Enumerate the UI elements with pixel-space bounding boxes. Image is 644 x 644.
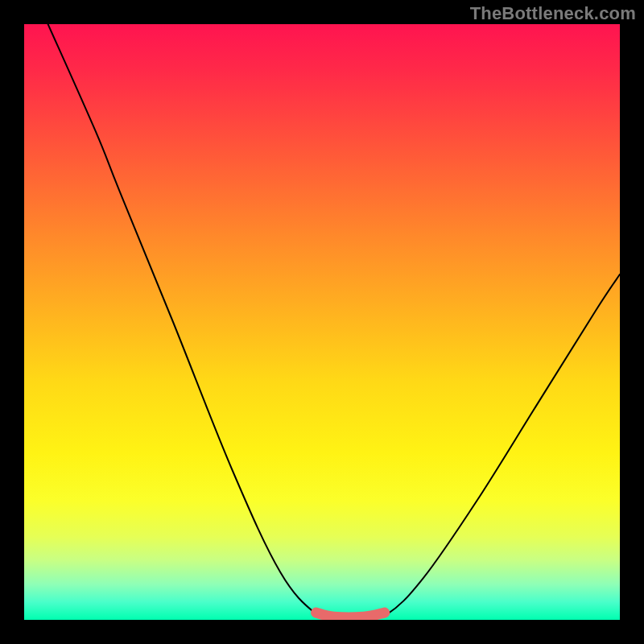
chart-svg bbox=[24, 24, 620, 620]
series-curve bbox=[48, 24, 620, 618]
watermark-text: TheBottleneck.com bbox=[470, 3, 636, 24]
curve-path bbox=[48, 24, 620, 618]
highlight-path bbox=[316, 613, 385, 617]
series-highlight bbox=[316, 613, 385, 617]
plot-area bbox=[24, 24, 620, 620]
chart-frame: TheBottleneck.com bbox=[0, 0, 644, 644]
